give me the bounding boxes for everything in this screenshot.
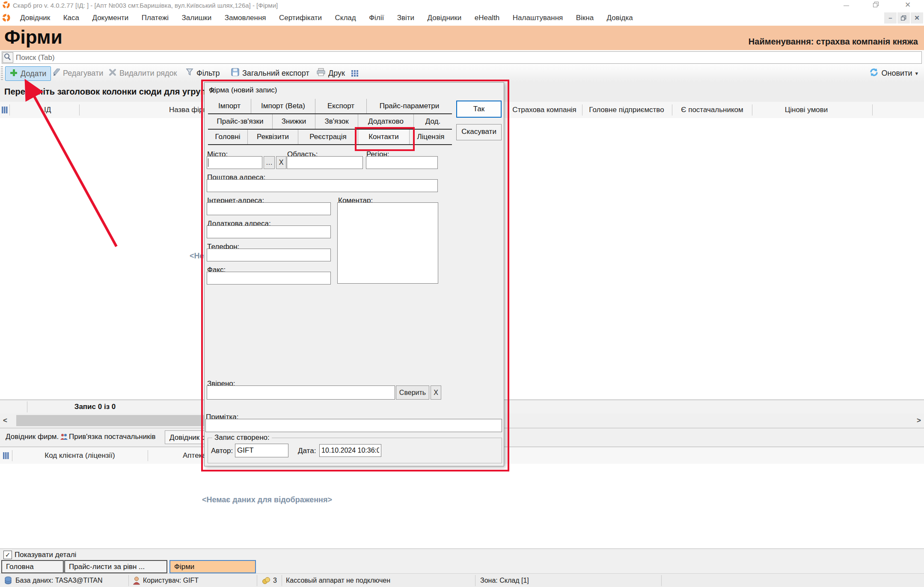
tab-import[interactable]: Імпорт xyxy=(208,99,251,113)
text-caret xyxy=(208,158,208,167)
detail-tab-firms[interactable]: Довідник фирм. xyxy=(6,433,59,441)
minimize-button[interactable] xyxy=(841,1,852,9)
add-button[interactable]: Додати xyxy=(5,66,51,81)
date-input[interactable] xyxy=(319,444,381,457)
tab-additional[interactable]: Додатково xyxy=(358,114,413,129)
tab-registration[interactable]: Реєстрація xyxy=(298,130,358,144)
menu-sertyfikaty[interactable]: Сертифікати xyxy=(273,10,327,22)
mdi-minimize-button[interactable]: – xyxy=(884,12,897,24)
scroll-left-button[interactable]: < xyxy=(0,415,10,426)
comment-textarea[interactable] xyxy=(337,202,438,284)
detail-column-pharmacy[interactable]: Аптека xyxy=(183,451,206,460)
author-input[interactable] xyxy=(235,444,288,457)
scroll-right-button[interactable]: > xyxy=(914,415,924,426)
tab-main[interactable]: Головні xyxy=(208,130,247,144)
oblast-input[interactable] xyxy=(287,156,363,169)
column-header-insurance[interactable]: Страхова компанія xyxy=(512,106,576,114)
mdi-restore-button[interactable] xyxy=(897,12,910,24)
menu-dovidnyky[interactable]: Довідники xyxy=(422,10,467,22)
menu-filii[interactable]: Філії xyxy=(363,10,389,22)
tab-discounts[interactable]: Знижки xyxy=(272,114,315,129)
menu-dovidnyk[interactable]: Довідник xyxy=(15,10,56,22)
verified-clear-button[interactable]: X xyxy=(431,385,441,400)
firm-dialog: Фірма (новий запис) ✕ Імпорт Імпорт (Bet… xyxy=(204,82,504,466)
window-tab-main[interactable]: Головна xyxy=(1,560,64,573)
window-tab-firms[interactable]: Фірми xyxy=(169,560,256,573)
verified-input[interactable] xyxy=(207,385,395,400)
fax-input[interactable] xyxy=(207,272,331,285)
refresh-icon xyxy=(869,68,879,79)
filter-button[interactable]: Фільтр xyxy=(186,66,220,80)
show-details-checkbox[interactable]: ✓ xyxy=(3,551,12,559)
column-header-name[interactable]: Назва фірм xyxy=(169,106,208,114)
detail-row-selector-icon[interactable] xyxy=(3,452,9,461)
toolbar-grip[interactable] xyxy=(1,66,3,80)
phone-input[interactable] xyxy=(207,249,331,261)
search-input[interactable] xyxy=(15,52,915,63)
dialog-close-icon[interactable]: ✕ xyxy=(209,86,498,96)
column-header-main-company[interactable]: Головне підприємство xyxy=(589,106,664,114)
restore-button[interactable] xyxy=(871,1,882,9)
menu-zalyshky[interactable]: Залишки xyxy=(176,10,217,22)
city-clear-button[interactable]: X xyxy=(276,156,286,169)
menu-sklad[interactable]: Склад xyxy=(330,10,362,22)
postal-address-input[interactable] xyxy=(207,179,438,192)
menu-dovidka[interactable]: Довідка xyxy=(601,10,639,22)
record-created-groupbox: Запис створено: Автор: Дата: xyxy=(208,438,502,463)
dialog-title-bar[interactable]: Фірма (новий запис) ✕ xyxy=(205,83,504,97)
app-logo-icon-small xyxy=(2,14,10,24)
tab-requisites[interactable]: Реквізити xyxy=(247,130,298,144)
menu-zvity[interactable]: Звіти xyxy=(392,10,420,22)
row-selector-icon[interactable] xyxy=(1,106,8,116)
edit-button[interactable]: Редагувати xyxy=(52,66,103,80)
window-tab-pricelists[interactable]: Прайс-листи за рівн ... xyxy=(64,560,167,573)
tab-contacts[interactable]: Контакти xyxy=(358,130,409,144)
city-browse-button[interactable]: … xyxy=(264,156,275,169)
menu-zamovlennya[interactable]: Замовлення xyxy=(219,10,272,22)
close-button[interactable]: ✕ xyxy=(902,1,913,9)
menu-bar: Довідник Каса Документи Платежі Залишки … xyxy=(0,10,924,26)
region-input[interactable] xyxy=(366,156,438,169)
ok-button[interactable]: Так xyxy=(456,101,502,118)
menu-ehealth[interactable]: eHealth xyxy=(469,10,505,22)
tab-license[interactable]: Ліцензія xyxy=(409,130,452,144)
export-button[interactable]: Загальний експорт xyxy=(231,66,309,80)
title-bar: Скарб pro v. 4.0.2.77 [ІД: ] - [Апт №003… xyxy=(0,0,924,10)
verify-button[interactable]: Сверить xyxy=(396,385,429,400)
menu-dokumenty[interactable]: Документи xyxy=(86,10,134,22)
printer-icon xyxy=(317,68,325,78)
refresh-button[interactable]: Оновити ▾ xyxy=(869,66,918,80)
delete-row-button[interactable]: Видалити рядок xyxy=(109,66,177,80)
status-database: База даних: TASA3@TITAN xyxy=(15,577,103,584)
status-user: Користувач: GIFT xyxy=(143,577,199,584)
tab-connection[interactable]: Зв'язок xyxy=(315,114,358,129)
detail-tab-supplier-links[interactable]: Прив'язка постачальників xyxy=(69,433,156,441)
check-icon: ✓ xyxy=(5,551,11,558)
detail-column-client-code[interactable]: Код клієнта (ліцензії) xyxy=(12,451,148,460)
menu-nalashtuvannya[interactable]: Налаштування xyxy=(507,10,569,22)
column-header-is-supplier[interactable]: Є постачальником xyxy=(681,106,743,114)
delete-x-icon xyxy=(109,68,116,78)
note-input[interactable] xyxy=(205,419,502,432)
column-header-price-terms[interactable]: Цінові умови xyxy=(785,106,828,114)
tab-import-beta[interactable]: Імпорт (Beta) xyxy=(251,99,315,113)
menu-platezhi[interactable]: Платежі xyxy=(136,10,174,22)
tab-price-params[interactable]: Прайс-параметри xyxy=(366,99,452,113)
tab-price-links[interactable]: Прайс-зв'язки xyxy=(208,114,272,129)
refresh-dropdown-icon[interactable]: ▾ xyxy=(915,70,918,77)
tab-export[interactable]: Експорт xyxy=(315,99,366,113)
detail-grid-body[interactable]: <Немає даних для відображення> xyxy=(0,464,924,549)
columns-grid-icon[interactable] xyxy=(351,66,358,80)
city-input[interactable] xyxy=(207,156,262,169)
cancel-button[interactable]: Скасувати xyxy=(456,124,502,140)
internet-address-input[interactable] xyxy=(207,202,331,215)
menu-vikna[interactable]: Вікна xyxy=(570,10,599,22)
extra-address-input[interactable] xyxy=(207,225,331,238)
print-button[interactable]: Друк xyxy=(317,66,345,80)
tab-add[interactable]: Дод. xyxy=(413,114,452,129)
menu-kasa[interactable]: Каса xyxy=(58,10,85,22)
search-box[interactable] xyxy=(2,51,922,64)
app-window: Скарб pro v. 4.0.2.77 [ІД: ] - [Апт №003… xyxy=(0,0,924,587)
column-header-id[interactable]: ІД xyxy=(44,106,51,114)
mdi-close-button[interactable]: ✕ xyxy=(911,12,923,24)
